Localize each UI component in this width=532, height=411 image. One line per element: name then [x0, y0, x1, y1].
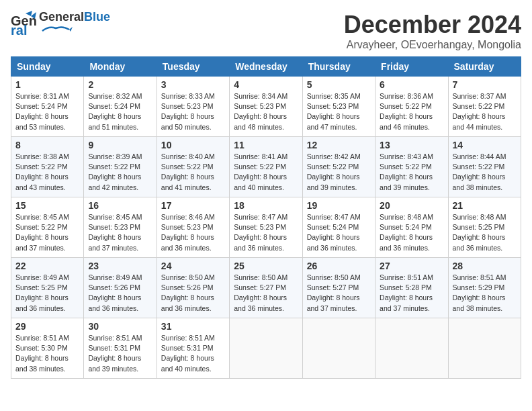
day-number: 4 [234, 79, 298, 90]
calendar-cell [375, 318, 448, 379]
logo-icon: Gene ral [11, 11, 36, 36]
calendar-cell: 14Sunrise: 8:44 AMSunset: 5:22 PMDayligh… [448, 137, 521, 197]
calendar-cell: 28Sunrise: 8:51 AMSunset: 5:29 PMDayligh… [448, 258, 521, 318]
calendar-cell: 3Sunrise: 8:33 AMSunset: 5:23 PMDaylight… [157, 77, 229, 137]
calendar-week-5: 29Sunrise: 8:51 AMSunset: 5:30 PMDayligh… [11, 318, 521, 379]
calendar-cell: 13Sunrise: 8:43 AMSunset: 5:22 PMDayligh… [375, 137, 448, 197]
calendar-cell: 26Sunrise: 8:50 AMSunset: 5:27 PMDayligh… [302, 258, 375, 318]
day-info: Sunrise: 8:47 AMSunset: 5:24 PMDaylight:… [307, 213, 361, 252]
calendar-cell: 11Sunrise: 8:41 AMSunset: 5:22 PMDayligh… [230, 137, 302, 197]
day-info: Sunrise: 8:43 AMSunset: 5:22 PMDaylight:… [380, 152, 433, 191]
calendar-cell: 19Sunrise: 8:47 AMSunset: 5:24 PMDayligh… [302, 197, 375, 258]
calendar-cell: 17Sunrise: 8:46 AMSunset: 5:23 PMDayligh… [157, 197, 229, 258]
calendar-week-3: 15Sunrise: 8:45 AMSunset: 5:22 PMDayligh… [11, 197, 521, 258]
day-number: 19 [307, 200, 371, 211]
day-number: 13 [380, 140, 443, 150]
day-number: 26 [307, 261, 371, 271]
day-number: 11 [234, 140, 298, 150]
day-info: Sunrise: 8:51 AMSunset: 5:31 PMDaylight:… [88, 334, 142, 373]
calendar-cell: 24Sunrise: 8:50 AMSunset: 5:26 PMDayligh… [157, 258, 229, 318]
day-info: Sunrise: 8:51 AMSunset: 5:28 PMDaylight:… [380, 273, 433, 312]
day-info: Sunrise: 8:45 AMSunset: 5:22 PMDaylight:… [15, 213, 69, 252]
calendar-cell: 27Sunrise: 8:51 AMSunset: 5:28 PMDayligh… [375, 258, 448, 318]
day-number: 29 [15, 321, 79, 332]
logo-text: GeneralBlue [39, 11, 110, 36]
calendar-cell: 23Sunrise: 8:49 AMSunset: 5:26 PMDayligh… [84, 258, 157, 318]
day-info: Sunrise: 8:44 AMSunset: 5:22 PMDaylight:… [453, 152, 506, 191]
calendar-cell: 31Sunrise: 8:51 AMSunset: 5:31 PMDayligh… [157, 318, 229, 379]
day-number: 14 [453, 140, 517, 150]
calendar-cell: 10Sunrise: 8:40 AMSunset: 5:22 PMDayligh… [157, 137, 229, 197]
day-info: Sunrise: 8:49 AMSunset: 5:25 PMDaylight:… [15, 273, 69, 312]
day-number: 21 [453, 200, 517, 211]
day-info: Sunrise: 8:50 AMSunset: 5:27 PMDaylight:… [234, 273, 287, 312]
day-number: 3 [161, 79, 225, 90]
day-info: Sunrise: 8:41 AMSunset: 5:22 PMDaylight:… [234, 152, 287, 191]
day-number: 2 [88, 79, 152, 90]
page-header: Gene ral GeneralBlue December 2024 Arvay… [11, 11, 521, 51]
title-area: December 2024 Arvayheer, OEvoerhangay, M… [344, 11, 521, 51]
calendar-week-4: 22Sunrise: 8:49 AMSunset: 5:25 PMDayligh… [11, 258, 521, 318]
calendar-table: SundayMondayTuesdayWednesdayThursdayFrid… [11, 56, 521, 379]
day-info: Sunrise: 8:34 AMSunset: 5:23 PMDaylight:… [234, 92, 287, 131]
day-info: Sunrise: 8:35 AMSunset: 5:23 PMDaylight:… [307, 92, 361, 131]
day-info: Sunrise: 8:38 AMSunset: 5:22 PMDaylight:… [15, 152, 69, 191]
weekday-header-saturday: Saturday [448, 57, 521, 77]
day-number: 30 [88, 321, 152, 332]
calendar-cell: 4Sunrise: 8:34 AMSunset: 5:23 PMDaylight… [230, 77, 302, 137]
calendar-cell [230, 318, 302, 379]
calendar-week-2: 8Sunrise: 8:38 AMSunset: 5:22 PMDaylight… [11, 137, 521, 197]
day-info: Sunrise: 8:45 AMSunset: 5:23 PMDaylight:… [88, 213, 142, 252]
calendar-cell: 30Sunrise: 8:51 AMSunset: 5:31 PMDayligh… [84, 318, 157, 379]
calendar-cell: 7Sunrise: 8:37 AMSunset: 5:22 PMDaylight… [448, 77, 521, 137]
day-number: 7 [453, 79, 517, 90]
day-number: 27 [380, 261, 443, 271]
calendar-cell: 9Sunrise: 8:39 AMSunset: 5:22 PMDaylight… [84, 137, 157, 197]
day-number: 12 [307, 140, 371, 150]
day-number: 31 [161, 321, 225, 332]
day-number: 10 [161, 140, 225, 150]
svg-marker-4 [69, 27, 73, 32]
logo-bird-svg [39, 24, 73, 34]
day-number: 1 [15, 79, 79, 90]
calendar-cell: 22Sunrise: 8:49 AMSunset: 5:25 PMDayligh… [11, 258, 84, 318]
calendar-cell: 29Sunrise: 8:51 AMSunset: 5:30 PMDayligh… [11, 318, 84, 379]
day-info: Sunrise: 8:51 AMSunset: 5:30 PMDaylight:… [15, 334, 69, 373]
calendar-cell [448, 318, 521, 379]
page-title: December 2024 [344, 11, 521, 39]
calendar-cell: 5Sunrise: 8:35 AMSunset: 5:23 PMDaylight… [302, 77, 375, 137]
calendar-cell: 6Sunrise: 8:36 AMSunset: 5:22 PMDaylight… [375, 77, 448, 137]
logo-general: General [39, 10, 84, 24]
calendar-week-1: 1Sunrise: 8:31 AMSunset: 5:24 PMDaylight… [11, 77, 521, 137]
calendar-cell: 16Sunrise: 8:45 AMSunset: 5:23 PMDayligh… [84, 197, 157, 258]
svg-text:ral: ral [11, 23, 27, 36]
calendar-cell: 25Sunrise: 8:50 AMSunset: 5:27 PMDayligh… [230, 258, 302, 318]
calendar-cell: 12Sunrise: 8:42 AMSunset: 5:22 PMDayligh… [302, 137, 375, 197]
day-info: Sunrise: 8:33 AMSunset: 5:23 PMDaylight:… [161, 92, 215, 131]
day-number: 15 [15, 200, 79, 211]
calendar-cell: 21Sunrise: 8:48 AMSunset: 5:25 PMDayligh… [448, 197, 521, 258]
day-number: 5 [307, 79, 371, 90]
weekday-header-thursday: Thursday [302, 57, 375, 77]
calendar-cell: 8Sunrise: 8:38 AMSunset: 5:22 PMDaylight… [11, 137, 84, 197]
day-info: Sunrise: 8:51 AMSunset: 5:31 PMDaylight:… [161, 334, 215, 373]
day-info: Sunrise: 8:51 AMSunset: 5:29 PMDaylight:… [453, 273, 506, 312]
weekday-header-tuesday: Tuesday [157, 57, 229, 77]
day-number: 6 [380, 79, 443, 90]
page-subtitle: Arvayheer, OEvoerhangay, Mongolia [344, 39, 521, 51]
calendar-cell: 15Sunrise: 8:45 AMSunset: 5:22 PMDayligh… [11, 197, 84, 258]
day-info: Sunrise: 8:48 AMSunset: 5:24 PMDaylight:… [380, 213, 433, 252]
calendar-header-row: SundayMondayTuesdayWednesdayThursdayFrid… [11, 57, 521, 77]
day-info: Sunrise: 8:32 AMSunset: 5:24 PMDaylight:… [88, 92, 142, 131]
day-info: Sunrise: 8:46 AMSunset: 5:23 PMDaylight:… [161, 213, 215, 252]
logo: Gene ral GeneralBlue [11, 11, 110, 36]
day-info: Sunrise: 8:40 AMSunset: 5:22 PMDaylight:… [161, 152, 215, 191]
day-number: 18 [234, 200, 298, 211]
day-number: 22 [15, 261, 79, 271]
day-number: 24 [161, 261, 225, 271]
weekday-header-monday: Monday [84, 57, 157, 77]
weekday-header-wednesday: Wednesday [230, 57, 302, 77]
day-info: Sunrise: 8:42 AMSunset: 5:22 PMDaylight:… [307, 152, 361, 191]
day-info: Sunrise: 8:48 AMSunset: 5:25 PMDaylight:… [453, 213, 506, 252]
logo-blue: Blue [84, 10, 110, 24]
